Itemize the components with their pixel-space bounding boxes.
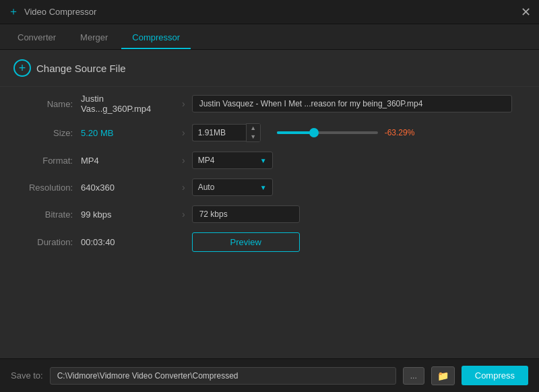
name-input-area: Justin Vasquez - When I Met ...reason fo… — [192, 95, 512, 112]
duration-input-area: Preview — [192, 232, 512, 252]
bitrate-input-area — [192, 205, 512, 223]
bottom-bar: Save to: ... 📁 Compress — [0, 358, 539, 392]
size-increment-button[interactable]: ▲ — [247, 124, 260, 133]
resolution-arrow-icon: › — [182, 182, 185, 193]
format-chevron-icon: ▼ — [260, 157, 267, 164]
name-output[interactable]: Justin Vasquez - When I Met ...reason fo… — [192, 95, 512, 112]
bitrate-arrow-icon: › — [182, 209, 185, 220]
compress-button[interactable]: Compress — [462, 366, 528, 385]
save-to-label: Save to: — [11, 370, 43, 381]
plus-circle-icon: + — [13, 59, 31, 77]
size-arrow-icon: › — [182, 127, 185, 138]
size-spinner: ▲ ▼ — [246, 123, 261, 142]
title-bar: ＋ Video Compressor ✕ — [0, 0, 539, 24]
format-input-area: MP4 ▼ — [192, 152, 512, 169]
size-slider-wrapper: -63.29% — [277, 128, 512, 137]
tab-merger[interactable]: Merger — [69, 27, 119, 49]
resolution-chevron-icon: ▼ — [260, 184, 267, 191]
bitrate-label: Bitrate: — [27, 209, 81, 220]
source-section: + Change Source File — [0, 50, 539, 87]
open-folder-button[interactable]: 📁 — [431, 366, 455, 385]
name-arrow-icon: › — [182, 98, 185, 109]
tab-converter[interactable]: Converter — [7, 27, 67, 49]
name-label: Name: — [27, 99, 81, 109]
tabs-row: Converter Merger Compressor — [0, 24, 539, 50]
preview-button[interactable]: Preview — [192, 232, 300, 252]
close-button[interactable]: ✕ — [521, 6, 531, 18]
size-value: 5.20 MB — [81, 128, 175, 138]
format-row: Format: MP4 › MP4 ▼ — [27, 152, 512, 169]
app-title: Video Compressor — [24, 7, 96, 17]
format-label: Format: — [27, 156, 81, 166]
name-row: Name: Justin Vas...g_360P.mp4 › Justin V… — [27, 94, 512, 114]
save-path-input[interactable] — [50, 367, 396, 385]
resolution-selected-value: Auto — [198, 183, 215, 192]
video-compressor-icon: ＋ — [8, 5, 19, 19]
duration-row: Duration: 00:03:40 › Preview — [27, 232, 512, 252]
resolution-select[interactable]: Auto ▼ — [192, 178, 273, 196]
bitrate-value: 99 kbps — [81, 209, 175, 220]
size-slider-fill — [277, 131, 315, 134]
size-label: Size: — [27, 128, 81, 138]
browse-button[interactable]: ... — [403, 367, 424, 385]
tab-compressor[interactable]: Compressor — [121, 27, 191, 49]
name-value: Justin Vas...g_360P.mp4 — [81, 94, 175, 114]
size-slider-pct: -63.29% — [385, 128, 415, 137]
change-source-button[interactable]: + Change Source File — [13, 59, 126, 77]
change-source-label: Change Source File — [36, 63, 126, 74]
resolution-label: Resolution: — [27, 183, 81, 193]
resolution-value: 640x360 — [81, 183, 175, 193]
size-row: Size: 5.20 MB › ▲ ▼ -63.29% — [27, 123, 512, 142]
duration-value: 00:03:40 — [81, 237, 175, 247]
size-input[interactable] — [192, 124, 246, 141]
format-value: MP4 — [81, 156, 175, 166]
size-slider-track[interactable] — [277, 131, 378, 134]
format-selected-value: MP4 — [198, 156, 215, 165]
resolution-input-area: Auto ▼ — [192, 178, 512, 196]
title-bar-left: ＋ Video Compressor — [8, 5, 96, 19]
folder-icon: 📁 — [437, 370, 449, 381]
format-select[interactable]: MP4 ▼ — [192, 152, 273, 169]
format-arrow-icon: › — [182, 155, 185, 166]
bitrate-input[interactable] — [192, 205, 300, 223]
size-decrement-button[interactable]: ▼ — [247, 133, 260, 141]
duration-label: Duration: — [27, 237, 81, 247]
size-input-area: ▲ ▼ -63.29% — [192, 123, 512, 142]
bitrate-row: Bitrate: 99 kbps › — [27, 205, 512, 223]
size-input-group: ▲ ▼ — [192, 123, 261, 142]
main-content: Name: Justin Vas...g_360P.mp4 › Justin V… — [0, 87, 539, 268]
size-slider-thumb[interactable] — [309, 128, 319, 137]
resolution-row: Resolution: 640x360 › Auto ▼ — [27, 178, 512, 196]
